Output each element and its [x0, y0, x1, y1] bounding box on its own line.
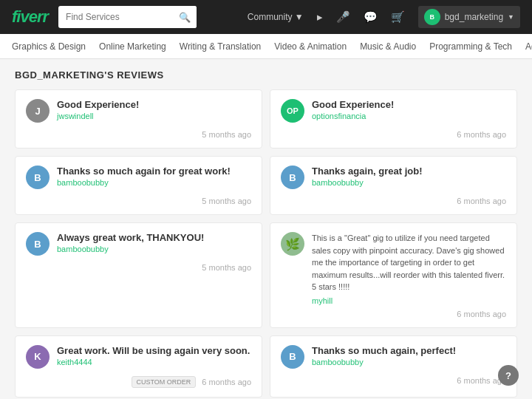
review-title: Thanks so much again for great work!: [57, 166, 251, 177]
review-time: 6 months ago: [202, 378, 251, 386]
user-badge[interactable]: B bgd_marketing ▼: [418, 6, 520, 28]
nav-programming[interactable]: Programming & Tech: [429, 41, 512, 52]
review-card: B Thanks so much again for great work! b…: [15, 156, 262, 215]
analytics-icon[interactable]: ▸: [317, 10, 323, 24]
search-icon: 🔍: [179, 12, 191, 23]
review-card: 🌿 This is a "Great" gig to utilize if yo…: [270, 222, 517, 328]
nav-writing[interactable]: Writing & Translation: [180, 41, 262, 52]
reviewer-name[interactable]: bamboobubby: [57, 178, 251, 187]
avatar: B: [281, 166, 304, 189]
avatar: OP: [281, 99, 304, 123]
user-name-header: bgd_marketing: [445, 12, 503, 22]
chat-icon[interactable]: 💬: [364, 10, 378, 24]
reviews-grid: J Good Experience! jwswindell 5 months a…: [15, 89, 517, 399]
review-title: Great work. Will be using again very soo…: [57, 345, 251, 356]
review-card: B Thanks so much again, perfect! bamboob…: [270, 335, 517, 398]
review-info: Thanks again, great job! bamboobubby: [312, 166, 506, 187]
nav-music[interactable]: Music & Audio: [360, 41, 416, 52]
review-info: Always great work, THANKYOU! bamboobubby: [57, 232, 251, 253]
review-card: K Great work. Will be using again very s…: [15, 335, 262, 398]
review-time: 6 months ago: [457, 197, 506, 205]
page-title: BGD_MARKETING'S REVIEWS: [15, 69, 517, 81]
avatar: K: [26, 345, 50, 369]
review-time: 5 months ago: [202, 197, 251, 205]
reviewer-name[interactable]: keith4444: [57, 358, 251, 366]
review-time: 6 months ago: [457, 310, 506, 318]
reviewer-name[interactable]: myhill: [312, 296, 506, 305]
nav-graphics[interactable]: Graphics & Design: [12, 41, 86, 52]
search-button[interactable]: 🔍: [173, 6, 197, 28]
review-title: Always great work, THANKYOU!: [57, 232, 251, 243]
review-info: Thanks so much again for great work! bam…: [57, 166, 251, 187]
nav-marketing[interactable]: Online Marketing: [99, 41, 166, 52]
review-time: 6 months ago: [457, 130, 506, 139]
review-info: Good Experience! optionsfinancia: [312, 99, 506, 120]
avatar: B: [281, 345, 304, 369]
logo[interactable]: fiverr: [12, 7, 48, 27]
reviewer-name[interactable]: bamboobubby: [312, 358, 506, 366]
review-info: Good Experience! jwswindell: [57, 99, 251, 120]
chevron-down-icon: ▼: [508, 13, 514, 21]
search-bar: 🔍: [58, 6, 197, 28]
cart-icon[interactable]: 🛒: [391, 10, 405, 24]
community-menu[interactable]: Community ▼: [248, 12, 304, 22]
avatar-emoji: 🌿: [281, 232, 304, 256]
review-card: B Always great work, THANKYOU! bamboobub…: [15, 222, 262, 328]
avatar: B: [26, 232, 50, 256]
custom-order-badge: CUSTOM ORDER: [132, 376, 197, 388]
avatar: B: [26, 166, 50, 189]
review-title: Good Experience!: [312, 99, 506, 110]
header: fiverr 🔍 Community ▼ ▸ 🎤 💬 🛒 B bgd_marke…: [0, 0, 532, 34]
header-nav: Community ▼ ▸ 🎤 💬 🛒 B bgd_marketing ▼: [248, 6, 520, 28]
review-card: OP Good Experience! optionsfinancia 6 mo…: [270, 89, 517, 149]
review-time: 5 months ago: [202, 130, 251, 139]
avatar: J: [26, 99, 50, 123]
review-card: J Good Experience! jwswindell 5 months a…: [15, 89, 262, 149]
reviewer-name[interactable]: jwswindell: [57, 112, 251, 120]
mic-icon[interactable]: 🎤: [336, 10, 350, 24]
nav-advertising[interactable]: Advertising: [525, 41, 532, 52]
nav-bar: Graphics & Design Online Marketing Writi…: [0, 34, 532, 59]
review-text: This is a "Great" gig to utilize if you …: [312, 232, 506, 293]
search-input[interactable]: [58, 12, 173, 22]
content: BGD_MARKETING'S REVIEWS J Good Experienc…: [0, 59, 532, 399]
review-time: 5 months ago: [202, 263, 251, 272]
review-title: Thanks again, great job!: [312, 166, 506, 177]
review-title: Good Experience!: [57, 99, 251, 110]
nav-video[interactable]: Video & Animation: [274, 41, 347, 52]
reviewer-name[interactable]: bamboobubby: [312, 178, 506, 187]
reviewer-name[interactable]: optionsfinancia: [312, 112, 506, 120]
help-button[interactable]: ?: [498, 365, 519, 386]
reviewer-name[interactable]: bamboobubby: [57, 245, 251, 253]
review-info: This is a "Great" gig to utilize if you …: [312, 232, 506, 305]
review-title: Thanks so much again, perfect!: [312, 345, 506, 356]
user-avatar-header: B: [424, 9, 440, 25]
review-card: B Thanks again, great job! bamboobubby 6…: [270, 156, 517, 215]
review-info: Great work. Will be using again very soo…: [57, 345, 251, 366]
review-info: Thanks so much again, perfect! bamboobub…: [312, 345, 506, 366]
